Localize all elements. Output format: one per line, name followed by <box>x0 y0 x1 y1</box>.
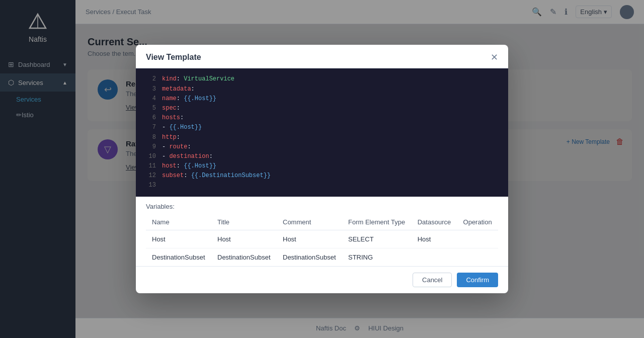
modal-body: 2kind: VirtualService3metadata:4 name: {… <box>136 68 508 266</box>
col-datasource: Datasource <box>412 214 457 230</box>
modal-footer: Cancel Confirm <box>136 266 508 293</box>
cancel-button[interactable]: Cancel <box>413 273 452 287</box>
code-line: 8 http: <box>144 133 500 142</box>
code-line: 2kind: VirtualService <box>144 74 500 84</box>
table-row: HostHostHostSELECTHost <box>146 230 498 248</box>
col-form-element-type: Form Element Type <box>342 214 412 230</box>
modal-overlay: View Template ✕ 2kind: VirtualService3me… <box>0 0 644 338</box>
code-line: 5spec: <box>144 104 500 113</box>
code-editor: 2kind: VirtualService3metadata:4 name: {… <box>136 68 508 196</box>
code-line: 13 <box>144 181 500 190</box>
col-operation: Operation <box>457 214 498 230</box>
code-line: 9 - route: <box>144 142 500 152</box>
table-row: DestinationSubsetDestinationSubsetDestin… <box>146 248 498 266</box>
view-template-modal: View Template ✕ 2kind: VirtualService3me… <box>136 45 508 293</box>
code-line: 3metadata: <box>144 84 500 94</box>
col-title: Title <box>211 214 277 230</box>
col-name: Name <box>146 214 211 230</box>
variables-table: Name Title Comment Form Element Type Dat… <box>146 214 498 266</box>
modal-header: View Template ✕ <box>136 45 508 68</box>
variables-section: Variables: Name Title Comment Form Eleme… <box>136 197 508 266</box>
code-line: 7 - {{.Host}} <box>144 123 500 132</box>
code-line: 4 name: {{.Host}} <box>144 94 500 104</box>
close-icon[interactable]: ✕ <box>491 53 498 62</box>
code-line: 12 subset: {{.DestinationSubset}} <box>144 171 500 181</box>
table-header-row: Name Title Comment Form Element Type Dat… <box>146 214 498 230</box>
code-line: 11 host: {{.Host}} <box>144 161 500 171</box>
variables-label: Variables: <box>146 203 498 210</box>
col-comment: Comment <box>277 214 342 230</box>
confirm-button[interactable]: Confirm <box>457 273 498 287</box>
modal-title: View Template <box>146 53 201 62</box>
code-line: 10 - destination: <box>144 152 500 161</box>
code-line: 6 hosts: <box>144 113 500 123</box>
